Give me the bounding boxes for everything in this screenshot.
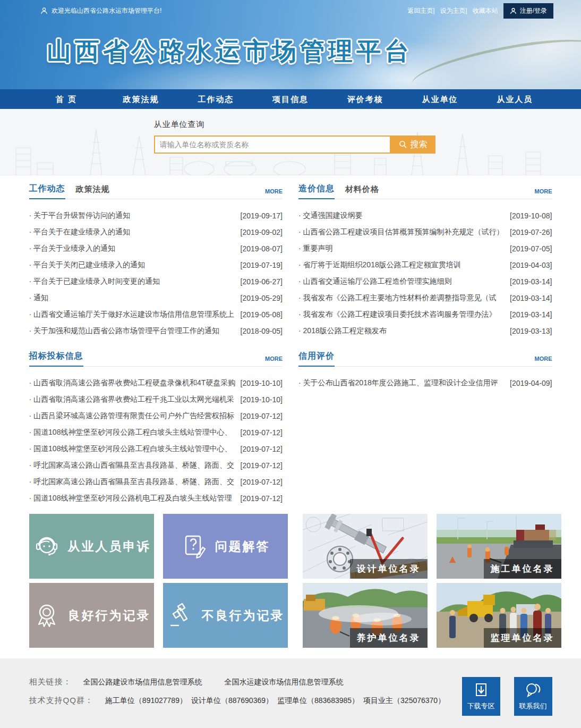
- news-item-title[interactable]: 关于公布山西省2018年度公路施工、监理和设计企业信用评: [298, 378, 507, 388]
- news-item[interactable]: 关于平台升级暂停访问的通知 [2019-09-17]: [29, 207, 283, 224]
- news-item[interactable]: 山西省取消高速公路省界收费站工程千兆工业以太网光端机采 [2019-10-10]: [29, 391, 283, 408]
- nav-item[interactable]: 首 页: [29, 89, 104, 109]
- tile-good-behavior[interactable]: 良好行为记录: [29, 583, 154, 648]
- news-item[interactable]: 山西吕梁环城高速公路管理有限责任公司户外广告经营权招标 [2019-07-12]: [29, 408, 283, 424]
- news-item-title[interactable]: 2018版公路工程定额发布: [298, 326, 507, 336]
- nav-item[interactable]: 评价考核: [328, 89, 403, 109]
- tab-cost-info[interactable]: 造价信息: [298, 183, 335, 199]
- news-item-date: [2019-07-12]: [241, 461, 283, 470]
- register-login-button[interactable]: 注册/登录: [503, 3, 553, 19]
- news-item[interactable]: 我省发布《公路工程主要地方性材料价差调整指导意见（试 [2019-03-14]: [298, 290, 552, 306]
- more-link[interactable]: MORE: [535, 355, 552, 366]
- welcome-text: 欢迎光临山西省公路水运市场管理平台!: [52, 6, 161, 15]
- news-item-title[interactable]: 平台关于业绩录入的通知: [29, 244, 237, 253]
- tab-credit-eval[interactable]: 信用评价: [298, 351, 335, 367]
- topbar-link[interactable]: 设为主页|: [440, 6, 467, 15]
- news-item[interactable]: 平台关于关闭已建业绩录入的通知 [2019-07-19]: [29, 257, 283, 273]
- tab-bid-info[interactable]: 招标投标信息: [29, 351, 83, 367]
- news-item-title[interactable]: 山西省公路工程建设项目估算概算预算编制补充规定（试行）: [298, 227, 507, 237]
- news-item-title[interactable]: 国道108线神堂堡至砂河段公路机电工程及白坡头主线站管理: [29, 494, 237, 503]
- news-item-title[interactable]: 山西省交通运输厅公路工程造价管理实施细则: [298, 277, 507, 286]
- nav-item[interactable]: 政策法规: [104, 89, 178, 109]
- news-item-title[interactable]: 关于平台升级暂停访问的通知: [29, 211, 237, 221]
- news-item-title[interactable]: 呼北国家高速公路山西省隰县至吉县段路基、桥隧、路面、交: [29, 477, 237, 487]
- news-item[interactable]: 平台关于已建业绩录入时间变更的通知 [2019-06-27]: [29, 273, 283, 290]
- search-input[interactable]: [154, 136, 391, 154]
- news-item[interactable]: 山西省取消高速公路省界收费站工程硬盘录像机和4T硬盘采购 [2019-10-10…: [29, 375, 283, 391]
- news-item[interactable]: 呼北国家高速公路山西省隰县至吉县段路基、桥隧、路面、交 [2019-07-12]: [29, 457, 283, 473]
- nav-item[interactable]: 从业人员: [477, 89, 552, 109]
- more-link[interactable]: MORE: [535, 188, 552, 199]
- qq-group-item[interactable]: 项目业主（325076370）: [363, 696, 445, 705]
- news-item[interactable]: 关于加强和规范山西省公路市场管理平台管理工作的通知 [2018-09-05]: [29, 323, 283, 339]
- news-item[interactable]: 我省发布《公路工程建设项目委托技术咨询服务管理办法》 [2019-03-14]: [298, 306, 552, 323]
- search-button[interactable]: 搜索: [391, 136, 435, 154]
- news-item[interactable]: 关于公布山西省2018年度公路施工、监理和设计企业信用评 [2019-04-09…: [298, 375, 552, 391]
- nav-item[interactable]: 项目信息: [253, 89, 328, 109]
- gallery-construction-units[interactable]: 施工单位名录: [437, 514, 561, 579]
- footer-link-waterway-credit[interactable]: 全国水运建设市场信用信息管理系统: [225, 678, 344, 687]
- gallery-maintenance-units[interactable]: 养护单位名录: [303, 583, 428, 648]
- news-item[interactable]: 省厅将于近期组织2018版公路工程定额宣贯培训 [2019-04-03]: [298, 257, 552, 273]
- news-item-title[interactable]: 山西省取消高速公路省界收费站工程千兆工业以太网光端机采: [29, 395, 237, 404]
- gallery-supervision-units[interactable]: 监理单位名录: [437, 583, 561, 648]
- news-item-title[interactable]: 我省发布《公路工程主要地方性材料价差调整指导意见（试: [298, 293, 507, 303]
- news-item[interactable]: 山西省交通运输厅关于做好水运建设市场信用信息管理系统上 [2019-05-08]: [29, 306, 283, 323]
- qq-group-list: 施工单位（891027789）设计单位（887690369）监理单位（88368…: [105, 696, 449, 706]
- tab-policy[interactable]: 政策法规: [76, 184, 110, 199]
- news-item-title[interactable]: 关于加强和规范山西省公路市场管理平台管理工作的通知: [29, 326, 237, 336]
- nav-item[interactable]: 工作动态: [178, 89, 253, 109]
- news-item-title[interactable]: 省厅将于近期组织2018版公路工程定额宣贯培训: [298, 260, 507, 270]
- gallery-caption: 监理单位名录: [484, 628, 561, 648]
- tab-material-price[interactable]: 材料价格: [345, 184, 379, 199]
- news-item-title[interactable]: 平台关于已建业绩录入时间变更的通知: [29, 277, 237, 286]
- gallery-design-units[interactable]: 设计单位名录: [303, 514, 428, 579]
- news-item[interactable]: 通知 [2019-05-29]: [29, 290, 283, 306]
- nav-item[interactable]: 从业单位: [403, 89, 477, 109]
- footer-link-highway-credit[interactable]: 全国公路建设市场信用信息管理系统: [83, 678, 202, 687]
- news-item[interactable]: 平台关于在建业绩录入的通知 [2019-09-02]: [29, 224, 283, 240]
- download-zone-button[interactable]: 下载专区: [462, 677, 500, 716]
- news-item-title[interactable]: 平台关于关闭已建业绩录入的通知: [29, 260, 237, 270]
- news-item[interactable]: 山西省交通运输厅公路工程造价管理实施细则 [2019-03-14]: [298, 273, 552, 290]
- gallery-caption: 施工单位名录: [484, 559, 561, 579]
- search-band: 从业单位查询 搜索: [0, 109, 581, 175]
- news-item-title[interactable]: 山西省交通运输厅关于做好水运建设市场信用信息管理系统上: [29, 310, 237, 319]
- news-item-title[interactable]: 山西吕梁环城高速公路管理有限责任公司户外广告经营权招标: [29, 411, 237, 421]
- news-item-date: [2019-03-14]: [510, 294, 552, 302]
- contact-us-button[interactable]: 联系我们: [514, 677, 552, 716]
- news-item-title[interactable]: 重要声明: [298, 244, 507, 253]
- news-item[interactable]: 交通强国建设纲要 [2019-10-08]: [298, 207, 552, 224]
- news-item-title[interactable]: 山西省取消高速公路省界收费站工程硬盘录像机和4T硬盘采购: [29, 378, 237, 388]
- tile-question-answer[interactable]: 问题解答: [163, 514, 288, 579]
- news-item-date: [2019-04-09]: [510, 379, 552, 387]
- qq-group-item[interactable]: 设计单位（887690369）: [191, 696, 273, 705]
- qq-group-item[interactable]: 施工单位（891027789）: [105, 696, 187, 705]
- news-item[interactable]: 国道108线神堂堡至砂河段公路机电工程及白坡头主线站管理 [2019-07-12…: [29, 490, 283, 506]
- news-item[interactable]: 国道108线神堂堡至砂河段公路工程白坡头主线站管理中心、 [2019-07-12…: [29, 441, 283, 457]
- news-item-date: [2019-07-12]: [241, 478, 283, 486]
- news-item[interactable]: 呼北国家高速公路山西省隰县至吉县段路基、桥隧、路面、交 [2019-07-12]: [29, 473, 283, 490]
- news-item-title[interactable]: 我省发布《公路工程建设项目委托技术咨询服务管理办法》: [298, 310, 507, 319]
- news-item[interactable]: 平台关于业绩录入的通知 [2019-08-07]: [29, 240, 283, 257]
- tile-bad-behavior[interactable]: 不良行为记录: [163, 583, 288, 648]
- qq-group-item[interactable]: 监理单位（883683985）: [277, 696, 359, 705]
- news-item[interactable]: 2018版公路工程定额发布 [2019-03-13]: [298, 323, 552, 339]
- tab-work-news[interactable]: 工作动态: [29, 183, 65, 199]
- news-item[interactable]: 国道108线神堂堡至砂河段公路工程白坡头主线站管理中心、 [2019-07-12…: [29, 424, 283, 441]
- news-item[interactable]: 山西省公路工程建设项目估算概算预算编制补充规定（试行） [2019-07-26]: [298, 224, 552, 240]
- topbar-link[interactable]: 收藏本站: [473, 6, 498, 15]
- tile-personnel-appeal[interactable]: 从业人员申诉: [29, 514, 154, 579]
- news-item-title[interactable]: 国道108线神堂堡至砂河段公路工程白坡头主线站管理中心、: [29, 428, 237, 437]
- news-item-title[interactable]: 通知: [29, 293, 237, 303]
- more-link[interactable]: MORE: [265, 188, 283, 199]
- news-item-title[interactable]: 国道108线神堂堡至砂河段公路工程白坡头主线站管理中心、: [29, 444, 237, 454]
- gallery-caption: 设计单位名录: [350, 559, 428, 579]
- more-link[interactable]: MORE: [265, 355, 283, 366]
- news-item[interactable]: 重要声明 [2019-07-05]: [298, 240, 552, 257]
- section-work-news: 工作动态 政策法规 MORE 关于平台升级暂停访问的通知 [2019-09-17…: [29, 183, 283, 339]
- news-item-title[interactable]: 交通强国建设纲要: [298, 211, 507, 221]
- news-item-title[interactable]: 呼北国家高速公路山西省隰县至吉县段路基、桥隧、路面、交: [29, 461, 237, 470]
- topbar-link[interactable]: 返回主页|: [407, 6, 434, 15]
- news-item-title[interactable]: 平台关于在建业绩录入的通知: [29, 227, 237, 237]
